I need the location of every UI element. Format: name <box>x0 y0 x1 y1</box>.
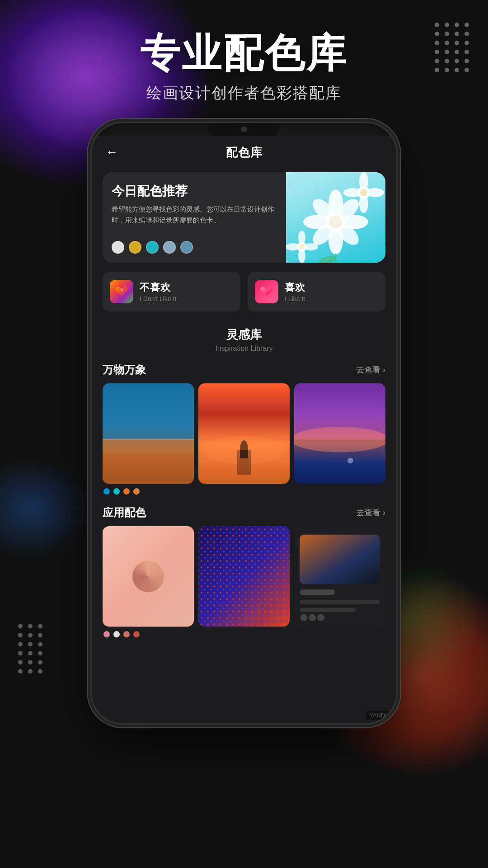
app-color-section: 应用配色 去查看 › <box>103 505 385 637</box>
dot-pattern-bottom-left <box>18 624 43 674</box>
phone-notch <box>208 123 280 136</box>
svg-rect-24 <box>103 383 194 439</box>
watermark: YANDK <box>366 711 393 720</box>
fan-decoration <box>103 526 194 627</box>
svg-point-12 <box>359 195 368 213</box>
app-color-image-1[interactable] <box>103 526 194 627</box>
svg-point-20 <box>304 243 318 250</box>
landscape-image-3[interactable] <box>294 383 385 484</box>
dislike-main-text: 不喜欢 <box>140 281 176 294</box>
color-dot-3[interactable] <box>146 241 159 254</box>
dislike-button[interactable]: 不喜欢 I Don't Like It <box>103 272 240 311</box>
daily-card-title: 今日配色推荐 <box>112 183 277 199</box>
svg-point-23 <box>317 254 336 262</box>
landscape-image-2[interactable] <box>198 383 290 484</box>
wanwu-link[interactable]: 去查看 › <box>356 364 385 375</box>
phone-wrap: ← 配色库 今日配色推荐 希望能方便您寻找色彩的灵感。您可以在日常设计创作时，用… <box>0 122 488 752</box>
svg-point-42 <box>317 614 324 621</box>
app-color-image-3[interactable] <box>294 526 385 627</box>
hero-subtitle: 绘画设计创作者色彩搭配库 <box>0 83 488 104</box>
svg-rect-29 <box>237 450 251 474</box>
front-camera <box>241 126 247 132</box>
wanwu-dot-3[interactable] <box>123 488 130 495</box>
landscape-svg-3 <box>294 383 385 484</box>
wanwu-dot-1[interactable] <box>103 488 110 495</box>
hero-header: 专业配色库 绘画设计创作者色彩搭配库 <box>0 0 488 122</box>
app-color-image-grid <box>103 526 385 627</box>
svg-rect-36 <box>300 535 380 584</box>
daily-card-image <box>286 172 385 263</box>
landscape-svg-2 <box>198 383 290 484</box>
daily-card-left: 今日配色推荐 希望能方便您寻找色彩的灵感。您可以在日常设计创作时，用来编辑和记录… <box>103 172 286 263</box>
svg-point-19 <box>286 243 300 250</box>
inspiration-section-heading: 灵感库 Inspiration Library <box>92 322 396 354</box>
app-color-title: 应用配色 <box>103 505 146 520</box>
svg-rect-38 <box>300 600 380 604</box>
svg-point-40 <box>300 614 308 621</box>
phone-frame: ← 配色库 今日配色推荐 希望能方便您寻找色彩的灵感。您可以在日常设计创作时，用… <box>90 122 398 725</box>
app-dot-1[interactable] <box>103 631 110 637</box>
landscape-image-1[interactable] <box>103 383 194 484</box>
pattern-dots <box>198 526 290 627</box>
app-topbar-title: 配色库 <box>226 145 263 160</box>
app-dot-4[interactable] <box>133 631 140 637</box>
svg-point-13 <box>343 188 361 197</box>
app-topbar: ← 配色库 <box>92 136 396 168</box>
color-dot-4[interactable] <box>163 241 176 254</box>
dislike-icon <box>110 280 133 303</box>
wanwu-dot-4[interactable] <box>133 488 140 495</box>
color-dot-1[interactable] <box>112 241 124 254</box>
svg-point-14 <box>366 188 384 197</box>
flower-scene <box>286 172 385 263</box>
svg-point-15 <box>360 189 367 196</box>
page-content: 专业配色库 绘画设计创作者色彩搭配库 ← 配色库 <box>0 0 488 868</box>
like-main-text: 喜欢 <box>285 281 305 294</box>
action-row: 不喜欢 I Don't Like It <box>103 272 385 311</box>
inspiration-title-cn: 灵感库 <box>92 327 396 343</box>
app-color-link[interactable]: 去查看 › <box>356 507 385 518</box>
svg-point-41 <box>309 614 316 621</box>
svg-point-9 <box>329 216 342 228</box>
wanwu-section: 万物万象 去查看 › <box>103 363 385 495</box>
like-icon <box>255 280 278 303</box>
wanwu-dot-2[interactable] <box>113 488 120 495</box>
dislike-sub-text: I Don't Like It <box>140 295 176 302</box>
svg-point-18 <box>298 249 305 263</box>
app-mockup-svg <box>294 526 385 627</box>
heart-icon <box>260 285 273 298</box>
like-button[interactable]: 喜欢 I Like It <box>248 272 385 311</box>
svg-point-21 <box>299 244 305 250</box>
app-dot-3[interactable] <box>123 631 130 637</box>
fan-shape <box>132 561 164 592</box>
back-button[interactable]: ← <box>105 145 118 160</box>
like-sub-text: I Like It <box>285 295 305 302</box>
svg-rect-39 <box>300 608 356 612</box>
landscape-svg-1 <box>103 383 194 484</box>
like-text: 喜欢 I Like It <box>285 281 305 302</box>
color-dot-2[interactable] <box>129 241 141 254</box>
svg-point-32 <box>294 427 385 452</box>
daily-card-description: 希望能方便您寻找色彩的灵感。您可以在日常设计创作时，用来编辑和记录所需要的色卡。 <box>112 204 277 235</box>
dislike-text: 不喜欢 I Don't Like It <box>140 281 176 302</box>
inspiration-title-en: Inspiration Library <box>92 344 396 353</box>
dot-pattern-top-right <box>435 23 470 72</box>
daily-recommendation-card: 今日配色推荐 希望能方便您寻找色彩的灵感。您可以在日常设计创作时，用来编辑和记录… <box>103 172 385 263</box>
daily-card-color-dots <box>112 241 277 254</box>
svg-point-17 <box>298 231 305 245</box>
color-dot-5[interactable] <box>180 241 193 254</box>
app-color-image-2[interactable] <box>198 526 290 627</box>
svg-point-33 <box>347 458 353 463</box>
svg-rect-37 <box>300 590 335 595</box>
hero-title: 专业配色库 <box>0 32 488 75</box>
wanwu-image-grid <box>103 383 385 484</box>
phone-screen: ← 配色库 今日配色推荐 希望能方便您寻找色彩的灵感。您可以在日常设计创作时，用… <box>92 136 396 723</box>
wanwu-color-dots <box>103 488 385 495</box>
svg-point-11 <box>359 172 368 190</box>
app-color-dots <box>103 631 385 637</box>
app-dot-2[interactable] <box>113 631 120 637</box>
app-color-header: 应用配色 去查看 › <box>103 505 385 520</box>
wanwu-header: 万物万象 去查看 › <box>103 363 385 377</box>
flower-svg <box>286 172 385 263</box>
broken-heart-icon <box>115 285 128 298</box>
pattern-decoration <box>198 526 290 627</box>
